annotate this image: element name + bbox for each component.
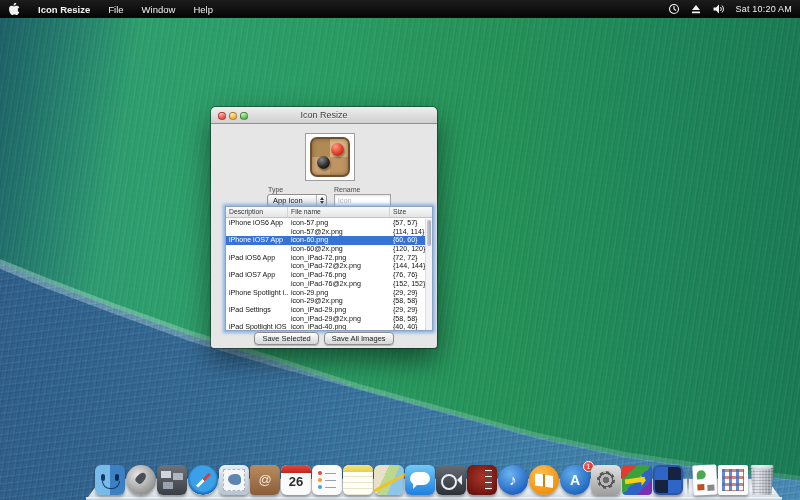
screen: Icon Resize File Window Help Sat 10:20 A… — [0, 0, 800, 500]
time-machine-icon[interactable] — [668, 3, 680, 15]
column-header-filename[interactable]: File name — [288, 207, 390, 217]
window-titlebar[interactable]: Icon Resize — [211, 107, 437, 124]
dock-itunes-icon[interactable] — [498, 465, 528, 495]
menu-bar: Icon Resize File Window Help Sat 10:20 A… — [0, 0, 800, 18]
table-row[interactable]: icon_iPad-76@2x.png{152, 152} — [226, 280, 425, 289]
eject-icon[interactable] — [690, 3, 702, 15]
table-cell: {144, 144} — [390, 262, 427, 271]
black-ball — [317, 156, 330, 169]
apple-menu[interactable] — [0, 3, 29, 16]
table-cell: iPad iOS6 App — [226, 254, 288, 263]
dock-separator — [687, 467, 689, 495]
table-cell: {114, 114} — [390, 228, 427, 237]
table-cell: icon-60.png — [288, 236, 390, 245]
menu-bar-status: Sat 10:20 AM — [668, 3, 800, 15]
dock-icons: 261 — [95, 465, 775, 495]
table-cell: icon_iPad-72@2x.png — [288, 262, 390, 271]
table-cell: iPhone iOS7 App — [226, 236, 288, 245]
red-ball — [331, 143, 344, 156]
save-selected-button[interactable]: Save Selected — [254, 332, 318, 345]
icon-preview-well[interactable] — [305, 133, 355, 181]
table-cell: {60, 60} — [390, 236, 427, 245]
dock-mail-icon[interactable] — [219, 465, 249, 495]
table-cell: iPad iOS7 App — [226, 271, 288, 280]
table-cell — [226, 280, 288, 289]
dock-trash-icon[interactable] — [749, 465, 775, 495]
dock: 261 — [86, 454, 782, 500]
menu-file[interactable]: File — [99, 4, 132, 15]
dock-ibooks-icon[interactable] — [529, 465, 559, 495]
dock-appstore-icon[interactable]: 1 — [560, 465, 590, 495]
dock-safari-icon[interactable] — [188, 465, 218, 495]
save-all-images-button[interactable]: Save All Images — [324, 332, 394, 345]
table-row[interactable]: iPad iOS6 Appicon_iPad-72.png{72, 72} — [226, 254, 425, 263]
dock-photobooth-icon[interactable] — [467, 465, 497, 495]
table-scrollbar[interactable] — [425, 219, 432, 330]
table-row[interactable]: iPhone iOS6 Appicon-57.png{57, 57} — [226, 219, 425, 228]
zoom-button[interactable] — [240, 112, 248, 120]
table-cell: {58, 58} — [390, 315, 427, 324]
dock-reminders-icon[interactable] — [312, 465, 342, 495]
table-row[interactable]: iPad iOS7 Appicon_iPad-76.png{76, 76} — [226, 271, 425, 280]
table-cell: {29, 29} — [390, 289, 427, 298]
table-cell: {120, 120} — [390, 245, 427, 254]
table-cell: icon-60@2x.png — [288, 245, 390, 254]
volume-icon[interactable] — [712, 3, 726, 15]
type-popup-value: App Icon — [273, 196, 303, 205]
table-cell: {29, 29} — [390, 306, 427, 315]
table-row[interactable]: icon_iPad-29@2x.png{58, 58} — [226, 315, 425, 324]
dock-notes-icon[interactable] — [343, 465, 373, 495]
rename-label: Rename — [334, 186, 360, 193]
table-cell: {58, 58} — [390, 297, 427, 306]
table-cell: {76, 76} — [390, 271, 427, 280]
icon-resize-window: Icon Resize Type Rename App Icon Descrip… — [211, 107, 437, 348]
traffic-lights — [218, 112, 248, 120]
column-header-description[interactable]: Description — [226, 207, 288, 217]
menu-window[interactable]: Window — [133, 4, 185, 15]
table-cell — [226, 297, 288, 306]
dock-facetime-icon[interactable] — [436, 465, 466, 495]
close-button[interactable] — [218, 112, 226, 120]
dock-finder-icon[interactable] — [95, 465, 125, 495]
table-row[interactable]: icon-57@2x.png{114, 114} — [226, 228, 425, 237]
dock-messages-icon[interactable] — [405, 465, 435, 495]
table-cell: icon_iPad-72.png — [288, 254, 390, 263]
table-cell — [226, 228, 288, 237]
app-menu-icon-resize[interactable]: Icon Resize — [29, 4, 99, 15]
table-row[interactable]: icon-29@2x.png{58, 58} — [226, 297, 425, 306]
dock-colorapp-icon[interactable] — [622, 465, 652, 495]
dock-contacts-icon[interactable] — [250, 465, 280, 495]
table-cell: icon_iPad-76@2x.png — [288, 280, 390, 289]
table-cell: icon_iPad-40.png — [288, 323, 390, 331]
scrollbar-thumb[interactable] — [427, 220, 431, 246]
dock-docstack-icon[interactable] — [692, 464, 718, 495]
dock-calendar-icon[interactable]: 26 — [281, 465, 311, 495]
table-cell: icon_iPad-76.png — [288, 271, 390, 280]
table-row[interactable]: iPhone Spotlight i...icon-29.png{29, 29} — [226, 289, 425, 298]
table-row[interactable]: iPhone iOS7 Appicon-60.png{60, 60} — [226, 236, 425, 245]
dock-gridstack-icon[interactable] — [718, 465, 748, 495]
table-row[interactable]: iPad Spotlight iOS 7icon_iPad-40.png{40,… — [226, 323, 425, 331]
table-cell: icon-29@2x.png — [288, 297, 390, 306]
dock-checkersapp-icon[interactable] — [653, 465, 683, 495]
button-row: Save Selected Save All Images — [211, 332, 437, 345]
column-header-size[interactable]: Size — [390, 207, 427, 217]
table-cell: icon-57@2x.png — [288, 228, 390, 237]
table-row[interactable]: iPad Settingsicon_iPad-29.png{29, 29} — [226, 306, 425, 315]
table-cell — [226, 315, 288, 324]
menu-bar-clock[interactable]: Sat 10:20 AM — [736, 4, 792, 14]
table-cell: iPad Settings — [226, 306, 288, 315]
dock-sysprefs-icon[interactable] — [591, 465, 621, 495]
dock-maps-icon[interactable] — [374, 465, 404, 495]
minimize-button[interactable] — [229, 112, 237, 120]
menu-help[interactable]: Help — [184, 4, 222, 15]
dock-launchpad-icon[interactable] — [126, 465, 156, 495]
table-row[interactable]: icon-60@2x.png{120, 120} — [226, 245, 425, 254]
table-row[interactable]: icon_iPad-72@2x.png{144, 144} — [226, 262, 425, 271]
type-label: Type — [268, 186, 283, 193]
table-cell: iPad Spotlight iOS 7 — [226, 323, 288, 331]
popup-stepper-icon — [316, 195, 326, 206]
table-cell: {152, 152} — [390, 280, 427, 289]
dock-missioncontrol-icon[interactable] — [157, 465, 187, 495]
table-body: iPhone iOS6 Appicon-57.png{57, 57}icon-5… — [226, 219, 425, 330]
